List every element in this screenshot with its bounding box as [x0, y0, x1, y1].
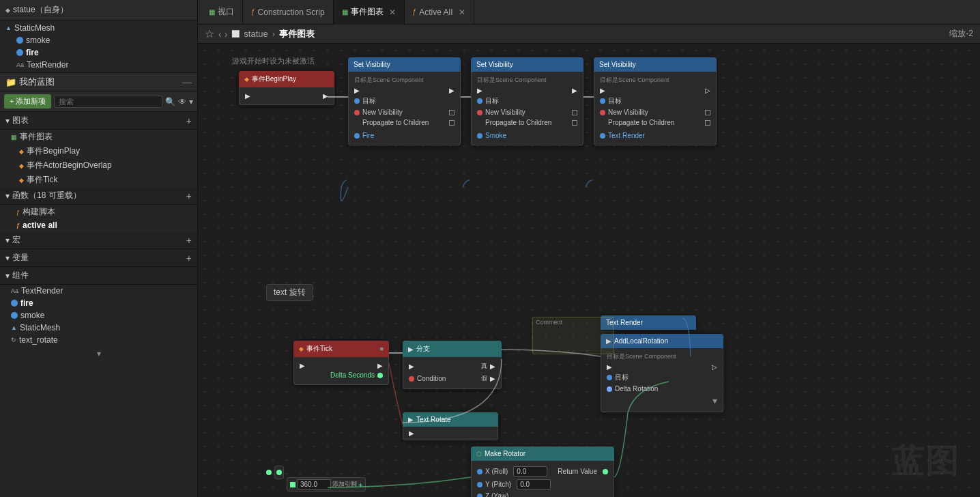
roll-pin [477, 469, 482, 474]
event-begin-play-body: ▶ ▶ [239, 87, 334, 105]
event-graph-icon: ▦ [342, 8, 348, 16]
set-visibility-fire-node[interactable]: Set Visibility 目标是Scene Component ▶ ▶ 目标 [348, 57, 461, 145]
functions-section-header[interactable]: ▾ 函数（18 可重载） + [0, 187, 197, 205]
tab-close-icon[interactable]: ✕ [389, 8, 396, 17]
smoke-new-vis-check[interactable] [572, 110, 577, 115]
set-visibility-textrender-node[interactable]: Set Visibility 目标是Scene Component ▶ ▷ 目标 [594, 57, 717, 145]
sidebar-event-diagram[interactable]: ▦ 事件图表 [0, 130, 197, 144]
tr-new-vis-pin [600, 110, 605, 115]
watermark: 蓝图 [891, 440, 960, 483]
chevron-icon-macro: ▾ [5, 236, 10, 245]
search-input[interactable] [54, 96, 162, 108]
tab-event-graph[interactable]: ▦ 事件图表 ✕ [334, 0, 405, 25]
sidebar-fire[interactable]: fire [0, 46, 197, 59]
event-tick-body: ▶ ▶ Delta Seconds [293, 357, 389, 385]
event-tick-node[interactable]: ◆ 事件Tick ■ ▶ ▶ Delt [293, 341, 389, 385]
sidebar-comp-text-render[interactable]: Aa TextRender [0, 285, 197, 297]
pitch-input[interactable] [517, 479, 551, 489]
view-options-icon[interactable]: 👁 [178, 97, 186, 106]
make-rotator-node[interactable]: ⬡ Make Rotator X (Roll) Return Value [471, 446, 614, 497]
sidebar-comp-static-mesh[interactable]: ▲ StaticMesh [0, 322, 197, 334]
event-begin-play-node[interactable]: ◆ 事件BeginPlay ▶ ▶ [239, 71, 334, 105]
variables-add-button[interactable]: + [186, 253, 192, 264]
text-render-ref-node[interactable]: Text Render [601, 315, 696, 330]
text-rotate-node[interactable]: ▶ Text Rotate ▶ [403, 412, 498, 440]
add-pin-button[interactable]: + [358, 481, 362, 489]
viewport-icon: ▦ [209, 8, 215, 16]
sidebar-static-mesh[interactable]: ▲ StaticMesh [0, 22, 197, 34]
add-local-rot-body: 目标是Scene Component ▶ ▷ 目标 [601, 348, 723, 412]
tr-new-vis-check[interactable] [705, 110, 710, 115]
search-icon[interactable]: 🔍 [165, 97, 175, 106]
set-vis-fire-sub: 目标是Scene Component [354, 76, 455, 86]
chevron-icon-func: ▾ [5, 191, 10, 201]
set-visibility-smoke-node[interactable]: Set Visibility 目标是Scene Component ▶ ▶ 目标 [471, 57, 583, 145]
sidebar-comp-text-rotate[interactable]: ↻ text_rotate [0, 334, 197, 346]
delta-pin [377, 373, 383, 378]
fire-new-vis-check[interactable] [449, 110, 455, 115]
macros-section-header[interactable]: ▾ 宏 + [0, 231, 197, 249]
tr-propagate-check[interactable] [705, 120, 710, 126]
val-360-node[interactable] [274, 466, 284, 479]
canvas-scroll: 游戏开始时设为未被激活 ◆ 事件BeginPlay ▶ ▶ [198, 44, 980, 497]
section2-container: text 旋转 ◆ 事件Tick ■ ▶ [266, 276, 980, 497]
tab-active-all[interactable]: ƒ Active AlI ✕ [405, 0, 474, 25]
sidebar-comp-smoke[interactable]: smoke [0, 309, 197, 322]
alr-expand-arrow[interactable]: ▾ [712, 395, 717, 406]
smoke-target-pin [477, 98, 482, 104]
breadcrumb-nav: ‹ › [218, 29, 227, 40]
condition-pin [409, 376, 414, 382]
add-local-rot-header: ▶ AddLocalRotation [601, 334, 723, 348]
canvas-area[interactable]: 游戏开始时设为未被激活 ◆ 事件BeginPlay ▶ ▶ [198, 44, 980, 497]
tr-output-pin [600, 133, 605, 139]
sidebar-root-item[interactable]: ◆ statue（自身） [0, 3, 197, 17]
forward-button[interactable]: › [225, 29, 228, 40]
tab-construction[interactable]: ƒ Construction Scrip [243, 0, 334, 25]
fire-new-vis-pin [354, 110, 360, 115]
chevron-icon-var: ▾ [5, 253, 10, 263]
favorite-star-icon[interactable]: ☆ [205, 27, 214, 40]
functions-add-button[interactable]: + [186, 190, 192, 201]
sidebar-comp-fire[interactable]: fire [0, 297, 197, 309]
sidebar-build-script[interactable]: ƒ 构建脚本 [0, 205, 197, 219]
sidebar-event-actor-begin-overlap[interactable]: ◆ 事件ActorBeginOverlap [0, 158, 197, 173]
comment-text: Comment [533, 317, 614, 327]
branch-header: ▶ 分支 [403, 341, 502, 357]
make-rotator-header: ⬡ Make Rotator [471, 446, 614, 461]
sidebar-event-begin-play[interactable]: ◆ 事件BeginPlay [0, 144, 197, 158]
val-out-pin [266, 470, 272, 475]
fire-propagate-check[interactable] [449, 120, 455, 126]
my-blueprints-toggle[interactable]: — [182, 76, 192, 87]
360-input[interactable] [297, 479, 331, 489]
construction-icon: ƒ [251, 8, 255, 16]
fire-output-pin [354, 133, 360, 139]
diagram-add-button[interactable]: + [186, 115, 192, 126]
smoke-propagate-check[interactable] [572, 120, 577, 126]
home-icon[interactable]: ⬜ [231, 30, 240, 38]
sidebar-smoke[interactable]: smoke [0, 34, 197, 46]
set-vis-tr-sub: 目标是Scene Component [600, 76, 710, 86]
event-tick-collapse: ■ [380, 345, 384, 352]
sidebar-event-tick[interactable]: ◆ 事件Tick [0, 173, 197, 187]
macros-add-button[interactable]: + [186, 235, 192, 246]
sidebar-active-all[interactable]: ƒ active all [0, 219, 197, 231]
add-new-button[interactable]: + 添加新项 [4, 94, 51, 109]
diagram-section-header[interactable]: ▾ 图表 + [0, 112, 197, 130]
active-all-icon: ƒ [413, 8, 417, 16]
add-pin-label: 添加引脚 [332, 480, 357, 489]
tab-viewport[interactable]: ▦ 视口 [201, 0, 243, 25]
sidebar: ◆ statue（自身） ▲ StaticMesh smoke fire Aa … [0, 0, 198, 497]
exec-arrow: ▶ [245, 92, 250, 100]
chevron-down-icon[interactable]: ▾ [189, 97, 193, 106]
value-360-input-node[interactable]: 添加引脚 + [287, 477, 366, 492]
sidebar-text-render[interactable]: Aa TextRender [0, 59, 197, 71]
add-local-rotation-node[interactable]: ▶ AddLocalRotation 目标是Scene Component ▶ … [601, 334, 723, 412]
variables-section-header[interactable]: ▾ 变量 + [0, 249, 197, 267]
roll-input[interactable] [513, 466, 547, 477]
scroll-down-button[interactable]: ▾ [0, 346, 197, 361]
components-section-header[interactable]: ▾ 组件 [0, 267, 197, 285]
tab-active-all-close[interactable]: ✕ [459, 8, 465, 17]
branch-node[interactable]: ▶ 分支 ▶ 真 ▶ Condit [403, 341, 502, 389]
back-button[interactable]: ‹ [218, 29, 222, 40]
set-vis-smoke-sub: 目标是Scene Component [477, 76, 577, 86]
